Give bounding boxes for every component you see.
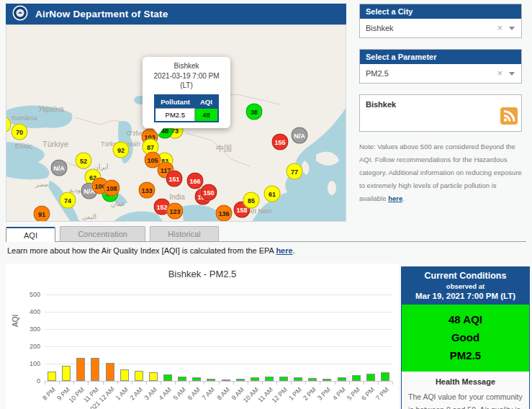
tab-aqi[interactable]: AQI (6, 227, 55, 242)
aqi-marker[interactable]: 70 (12, 124, 28, 140)
aqi-chart: Bishkek - PM2.5 AQI 01002003004005008 PM… (6, 264, 399, 409)
rss-icon[interactable] (500, 107, 518, 127)
chart-bar[interactable] (192, 377, 201, 381)
y-tick-label: 100 (16, 360, 40, 367)
aqi-marker[interactable]: 74 (60, 192, 76, 209)
aqi-marker[interactable]: 85 (243, 192, 260, 209)
x-tick-mark (248, 382, 248, 385)
chart-title: Bishkek - PM2.5 (6, 269, 399, 279)
aqi-marker[interactable]: N/A (292, 127, 308, 144)
x-tick-mark (291, 382, 292, 385)
chart-bar[interactable] (294, 377, 302, 381)
x-tick-mark (45, 382, 45, 385)
chart-bar[interactable] (366, 374, 375, 381)
observed-at-label: observed at (403, 282, 528, 290)
chart-bar[interactable] (163, 374, 172, 381)
chevron-down-icon[interactable] (509, 72, 515, 76)
aqi-marker[interactable]: 133 (139, 182, 155, 199)
feed-box: Bishkek (359, 94, 522, 132)
chart-bar[interactable] (236, 379, 245, 381)
chart-bar[interactable] (381, 372, 389, 381)
x-tick-mark (204, 382, 204, 385)
chart-bar[interactable] (135, 371, 143, 381)
aqi-marker[interactable]: 108 (104, 180, 120, 197)
note-here-link[interactable]: here (388, 194, 402, 202)
aqi-marker[interactable]: 123 (167, 203, 184, 220)
aqi-marker[interactable]: 151 (166, 171, 183, 187)
clear-icon[interactable]: × (497, 64, 502, 83)
aqi-category: Good (402, 328, 529, 346)
aqi-marker[interactable]: 38 (246, 104, 263, 120)
aqi-marker[interactable]: 155 (272, 134, 289, 150)
feed-city-label: Bishkek (360, 95, 521, 109)
parameter-select[interactable]: PM2.5 × (360, 64, 521, 83)
aqi-marker[interactable]: N/A (51, 160, 68, 176)
tab-historical[interactable]: Historical (150, 226, 218, 241)
map[interactable]: УкраїнаRomâniaΕλλάςTürkiyeمصرO'zbekiston… (6, 24, 346, 222)
current-conditions-title: Current Conditions (403, 271, 528, 281)
x-tick-mark (262, 382, 263, 385)
chart-bar[interactable] (76, 358, 85, 381)
aqi-marker[interactable]: 52 (76, 153, 92, 169)
x-tick-mark (189, 382, 190, 385)
tab-concentration[interactable]: Concentration (60, 226, 145, 241)
chart-bar[interactable] (251, 377, 259, 381)
chart-bar[interactable] (207, 379, 215, 381)
learn-more-here-link[interactable]: here (276, 246, 292, 255)
chart-bar[interactable] (308, 378, 317, 381)
chart-gridline (45, 329, 392, 330)
x-tick-mark (364, 382, 364, 385)
chart-bar[interactable] (91, 358, 99, 381)
aqi-marker[interactable]: 91 (34, 206, 50, 223)
aqi-marker[interactable]: 77 (287, 163, 303, 180)
popup-datetime: 2021-03-19 7:00 PM (145, 71, 227, 81)
city-select[interactable]: Bishkek × (360, 19, 521, 37)
chart-bar[interactable] (178, 377, 186, 381)
chart-gridline (45, 346, 392, 347)
aqi-marker[interactable]: 92 (113, 142, 130, 158)
chart-bar[interactable] (279, 377, 288, 381)
aqi-marker[interactable]: 150 (201, 184, 217, 201)
x-tick-mark (73, 382, 74, 385)
aqi-marker[interactable]: 166 (187, 173, 204, 189)
chart-gridline (45, 312, 392, 313)
note-period: . (402, 194, 405, 202)
city-select-value: Bishkek (366, 24, 394, 32)
aqi-marker[interactable]: 136 (216, 205, 233, 222)
current-conditions-panel: Current Conditions observed at Mar 19, 2… (401, 266, 530, 409)
y-tick-label: 500 (16, 291, 40, 298)
x-tick-mark (305, 382, 306, 385)
sidebar: Select a City Bishkek × Select a Paramet… (359, 4, 522, 205)
chart-bar[interactable] (120, 369, 129, 381)
airnow-page: AirNow Department of State (0, 0, 532, 409)
x-tick-mark (233, 382, 234, 385)
map-popup: Bishkek 2021-03-19 7:00 PM (LT) Pollutan… (143, 57, 230, 128)
chart-bar[interactable] (106, 363, 114, 381)
health-message: Health Message The AQI value for your co… (402, 372, 529, 409)
x-tick-mark (392, 382, 393, 385)
aqi-marker[interactable]: 61 (264, 186, 281, 202)
chart-bar[interactable] (338, 377, 346, 381)
clear-icon[interactable]: × (497, 19, 502, 37)
x-tick-mark (161, 382, 161, 385)
chevron-down-icon[interactable] (509, 27, 515, 30)
city-panel-title: Select a City (360, 4, 521, 19)
chart-bar[interactable] (48, 372, 56, 381)
aqi-summary: 48 AQI Good PM2.5 (402, 305, 529, 372)
chart-bar[interactable] (222, 379, 230, 381)
popup-aqi-header: AQI (195, 95, 218, 109)
chart-bar[interactable] (323, 379, 331, 381)
y-tick-label: 400 (16, 308, 40, 315)
chart-bar[interactable] (62, 366, 71, 381)
department-of-state-seal-icon (12, 5, 28, 24)
current-conditions-header: Current Conditions observed at Mar 19, 2… (402, 267, 529, 305)
app-header: AirNow Department of State (6, 4, 346, 24)
x-tick-mark (276, 382, 277, 385)
chart-bar[interactable] (352, 375, 361, 381)
note-text: Note: Values above 500 are considered Be… (359, 143, 522, 202)
chart-bar[interactable] (265, 377, 274, 381)
aqi-parameter: PM2.5 (402, 346, 529, 364)
chart-bar[interactable] (149, 372, 158, 381)
aqi-note: Note: Values above 500 are considered Be… (359, 140, 522, 205)
x-tick-mark (219, 382, 220, 385)
